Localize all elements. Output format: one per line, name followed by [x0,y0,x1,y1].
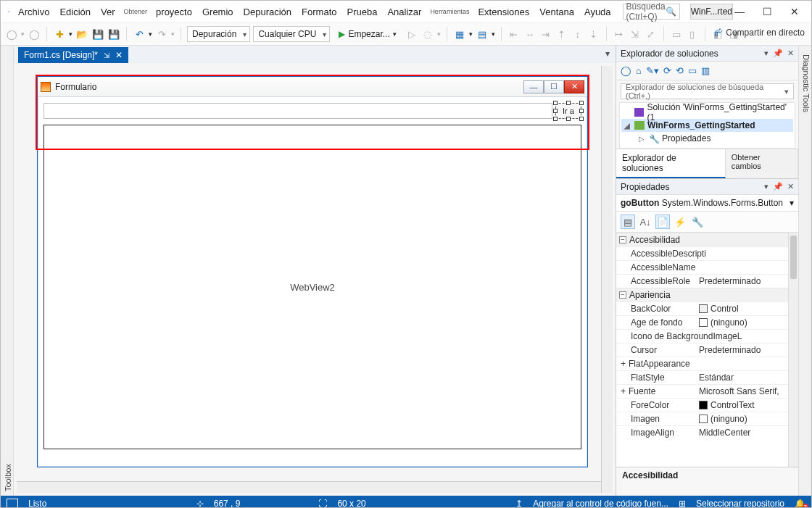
menu-test[interactable]: Prueba [342,4,381,20]
prop-accdesc[interactable]: AccessibleDescripti [616,247,696,260]
form-close-icon[interactable]: ✕ [564,80,584,93]
menu-tools[interactable]: Herramientas [427,5,472,18]
address-textbox[interactable] [44,103,552,119]
tab-form1-design[interactable]: Form1.cs [Design]* ⇲ ✕ [18,47,128,63]
tabs-overflow-icon[interactable]: ▾ [605,49,610,59]
status-rect-icon[interactable] [7,499,18,508]
go-button[interactable]: Ir a [555,103,581,119]
props-pin-icon[interactable]: 📌 [773,182,783,191]
config-combo[interactable]: Depuración [187,26,250,42]
sz2-icon[interactable]: ⇲ [629,28,642,41]
notifications-icon[interactable]: 🔔2 [795,499,805,508]
menu-get[interactable]: Obtener [121,5,151,18]
se-showall-icon[interactable]: ▥ [701,65,710,76]
prop-wrench-icon[interactable]: 🔧 [690,215,705,229]
menu-window[interactable]: Ventana [535,4,579,20]
sp1-icon[interactable]: ▭ [670,28,683,41]
platform-combo[interactable]: Cualquier CPU [253,26,330,42]
properties-selector[interactable]: goButton System.Windows.Forms.Button▾ [616,195,798,212]
menu-help[interactable]: Ayuda [580,4,616,20]
prop-props-icon[interactable]: 📄 [655,215,670,229]
al4-icon[interactable]: ⇡ [555,28,568,41]
prop-font[interactable]: +Fuente [616,385,696,398]
panel-menu-icon[interactable]: ▾ [764,49,768,58]
prop-az-icon[interactable]: A↓ [638,215,652,229]
menu-debug[interactable]: Depuración [239,4,297,20]
grid-icon[interactable]: ▤ [476,28,489,41]
start-debug-button[interactable]: ▶Empezar...▾ [333,26,402,42]
status-add-sc[interactable]: Agregar al control de código fuen... [533,499,668,508]
tree-solution-node[interactable]: Solución 'WinForms_GettingStarted' (1 [621,106,793,119]
prop-cat-accesibilidad[interactable]: −Accesibilidad [616,233,798,246]
save-all-icon[interactable]: 💾 [107,28,120,41]
design-hscroll[interactable] [17,481,601,493]
datasources-tab[interactable]: Data Sources [0,50,3,496]
redo-icon[interactable]: ↷ [155,28,168,41]
tree-properties-node[interactable]: ▷🔧Propiedades [621,132,793,145]
sz3-icon[interactable]: ⤢ [645,28,658,41]
source-control-icon[interactable]: ↥ [515,499,523,508]
prop-accname[interactable]: AccessibleName [616,261,696,274]
open-icon[interactable]: 📂 [75,28,88,41]
menu-file[interactable]: Archivo [14,4,54,20]
al1-icon[interactable]: ⇤ [508,28,521,41]
prop-image[interactable]: Imagen [616,412,696,425]
se-refresh-icon[interactable]: ⟲ [676,65,684,76]
tab-close-icon[interactable]: ✕ [115,50,123,60]
menu-build[interactable]: Gremio [198,4,238,20]
design-surface[interactable]: Formulario — ☐ ✕ Ir a [17,66,613,493]
maximize-icon[interactable]: ☐ [761,6,774,17]
sp2-icon[interactable]: ▯ [686,28,699,41]
menu-project[interactable]: proyecto [152,4,196,20]
form-min-icon[interactable]: — [523,80,544,93]
nav-back-icon[interactable]: ◯ [5,28,18,41]
live-share-button[interactable]: ⮳Compartir en directo [714,28,805,38]
minimize-icon[interactable]: — [733,6,746,17]
design-vscroll[interactable] [601,66,613,493]
prop-bgimage[interactable]: Age de fondo [616,316,696,329]
status-sel-repo[interactable]: Seleccionar repositorio [696,499,784,508]
toolbox-tab[interactable]: Toolbox [3,50,13,496]
menu-analyze[interactable]: Analizar [383,4,426,20]
webview2-control[interactable]: WebView2 [44,125,581,449]
solution-tree[interactable]: Solución 'WinForms_GettingStarted' (1 ◢W… [619,102,795,149]
prop-cursor[interactable]: Cursor [616,343,696,357]
se-sync-icon[interactable]: ⟳ [663,65,671,76]
pin-icon[interactable]: ⇲ [104,51,109,59]
solution-picker[interactable]: WinF...rted [690,4,733,20]
form-window[interactable]: Formulario — ☐ ✕ Ir a [37,76,588,467]
form-max-icon[interactable]: ☐ [544,80,564,93]
menu-edit[interactable]: Edición [55,4,95,20]
panel-pin-icon[interactable]: 📌 [773,49,783,58]
save-icon[interactable]: 💾 [91,28,104,41]
prop-forecolor[interactable]: ForeColor [616,399,696,412]
diagnostic-tools-tab[interactable]: Diagnostic Tools [801,50,811,496]
play-outline-icon[interactable]: ▷ [405,28,418,41]
al3-icon[interactable]: ⇥ [539,28,552,41]
prop-backcolor[interactable]: BackColor [616,302,696,315]
propgrid-vscroll[interactable] [788,233,798,467]
prop-imagealign[interactable]: ImageAlign [616,426,696,439]
prop-cat-apariencia[interactable]: −Apariencia [616,288,798,301]
prop-bgimagelayout[interactable]: Icono de BackgroundImageL [616,330,745,343]
props-close-icon[interactable]: ✕ [787,182,794,191]
repo-icon[interactable]: ⊞ [679,499,686,508]
se-home-icon[interactable]: ⌂ [636,65,642,76]
menu-extensions[interactable]: Extensiones [473,4,534,20]
properties-grid[interactable]: −Accesibilidad AccessibleDescripti Acces… [616,233,798,467]
prop-flatstyle[interactable]: FlatStyle [616,371,696,384]
menu-format[interactable]: Formato [297,4,341,20]
step-icon[interactable]: ◌ [421,28,434,41]
se-tool1-icon[interactable]: ✎▾ [646,65,659,76]
nav-fwd-icon[interactable]: ◯ [28,28,41,41]
align-grid-icon[interactable]: ▦ [453,28,466,41]
new-item-icon[interactable]: ✚ [53,28,66,41]
prop-events-icon[interactable]: ⚡ [673,215,687,229]
se-back-icon[interactable]: ◯ [621,65,631,76]
menu-view[interactable]: Ver [96,4,120,20]
se-collapse-icon[interactable]: ▭ [688,65,697,76]
al6-icon[interactable]: ⇣ [587,28,600,41]
solution-explorer-search[interactable]: Explorador de soluciones de búsqueda (Ct… [621,83,794,99]
prop-flatappearance[interactable]: +FlatAppearance [616,357,696,370]
se-tab-explorer[interactable]: Explorador de soluciones [616,149,726,178]
